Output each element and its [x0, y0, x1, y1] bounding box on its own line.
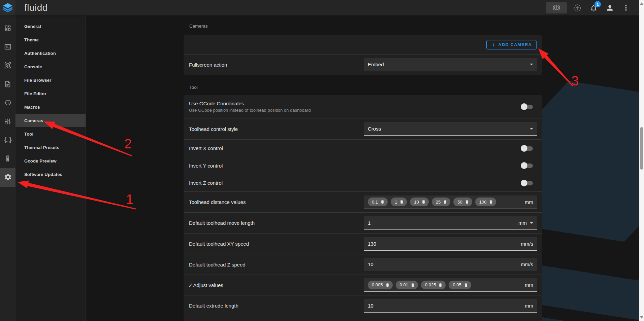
select-field[interactable]: Cross — [364, 122, 537, 136]
setting-row-default-toolhead-move-length: Default toolhead move length1mm — [184, 213, 542, 234]
fluidd-logo[interactable] — [0, 0, 15, 15]
text-input-field[interactable]: 1mm — [364, 216, 537, 230]
sidebar-item-console[interactable]: Console — [15, 60, 86, 73]
delete-icon[interactable] — [411, 283, 415, 287]
toggle-switch-off[interactable] — [521, 162, 533, 169]
delete-icon[interactable] — [399, 200, 404, 204]
app-title: fluidd — [24, 2, 48, 13]
sidebar-item-general[interactable]: General — [15, 20, 86, 33]
sidebar-item-authentication[interactable]: Authentication — [15, 46, 86, 60]
setting-row-use-gcode-coordinates: Use GCode CoordinatesUse GCode position … — [184, 95, 542, 118]
rail-item-jobs[interactable] — [0, 75, 15, 93]
text-input-field[interactable]: 10mm/s — [364, 258, 537, 271]
chips-field[interactable]: 0.11102550100mm — [364, 195, 537, 209]
sidebar-item-cameras[interactable]: Cameras — [15, 114, 86, 127]
value-chip[interactable]: 0.005 — [368, 281, 393, 289]
value-chip[interactable]: 1 — [391, 198, 407, 206]
rail-item-tune[interactable] — [0, 112, 15, 131]
setting-row-default-toolhead-z-speed: Default toolhead Z speed10mm/s — [184, 254, 542, 275]
delete-icon[interactable] — [489, 200, 493, 204]
text-input-field[interactable]: 10mm — [364, 299, 537, 313]
toggle-switch-off[interactable] — [521, 103, 533, 110]
toggle-knob — [521, 103, 527, 110]
field-value: 130 — [368, 241, 521, 247]
rail-item-history[interactable] — [0, 94, 15, 112]
value-chip[interactable]: 10 — [410, 198, 428, 206]
setting-label: Invert Z control — [189, 180, 357, 186]
history-icon — [4, 99, 11, 106]
sidebar-item-macros[interactable]: Macros — [15, 100, 86, 114]
setting-labelbox: Invert Z control — [184, 180, 364, 186]
setting-label: Invert X control — [189, 145, 357, 151]
setting-labelbox: Toolhead control style — [184, 126, 364, 132]
file-document-icon — [4, 80, 11, 88]
value-chip[interactable]: 0.025 — [421, 281, 446, 289]
text-input-field[interactable]: 130mm/s — [364, 237, 537, 251]
sidebar-item-file-editor[interactable]: File Editor — [15, 87, 86, 100]
rail-item-system[interactable] — [0, 149, 15, 168]
field-suffix — [530, 64, 533, 65]
sidebar-item-file-browser[interactable]: File Browser — [15, 73, 86, 87]
delete-icon[interactable] — [385, 283, 390, 287]
chip-value: 0.005 — [372, 282, 383, 287]
setting-row-default-toolhead-xy-speed: Default toolhead XY speed130mm/s — [184, 234, 542, 254]
rail-item-settings[interactable] — [0, 168, 15, 186]
setting-labelbox: Default toolhead Z speed — [184, 262, 364, 268]
overflow-menu-button[interactable] — [620, 2, 632, 14]
value-chip[interactable]: 0.01 — [396, 281, 418, 289]
notifications-button[interactable]: 1 — [587, 2, 600, 14]
cameras-section-title: Cameras — [189, 24, 542, 29]
field-suffix: mm — [525, 303, 533, 309]
value-chip[interactable]: 50 — [453, 198, 472, 206]
scroll-down-arrow[interactable] — [640, 316, 643, 319]
chip-list: 0.0050.010.0250.05 — [368, 281, 525, 289]
setting-label: Default toolhead XY speed — [189, 241, 357, 247]
topbar-actions: 1 — [546, 2, 639, 14]
setting-labelbox: Toolhead distance values — [184, 199, 364, 205]
scroll-up-arrow[interactable] — [640, 2, 643, 5]
delete-icon[interactable] — [438, 283, 443, 287]
tool-card: Use GCode CoordinatesUse GCode position … — [184, 95, 542, 321]
chip-value: 0.01 — [400, 282, 408, 287]
sidebar-item-gcode-preview[interactable]: Gcode Preview — [15, 154, 86, 168]
delete-icon[interactable] — [421, 200, 426, 204]
rail-item-console[interactable] — [0, 37, 15, 56]
user-account-button[interactable] — [604, 2, 616, 14]
sidebar-item-software-updates[interactable]: Software Updates — [15, 168, 86, 181]
delete-icon[interactable] — [464, 283, 468, 287]
toggle-switch-off[interactable] — [521, 180, 533, 186]
setting-labelbox: Default toolhead move length — [184, 220, 364, 226]
fluidd-logo-icon — [3, 3, 13, 12]
field-suffix: mm — [518, 220, 533, 226]
setting-labelbox: Invert Y control — [184, 163, 364, 169]
sidebar-item-theme[interactable]: Theme — [15, 33, 86, 46]
add-camera-button[interactable]: ADD CAMERA — [486, 40, 537, 49]
software-update-button[interactable] — [571, 2, 583, 14]
app-bar: fluidd — [0, 0, 639, 15]
field-value: 10 — [368, 303, 525, 309]
sidebar-item-tool[interactable]: Tool — [15, 127, 86, 141]
field-value: Embed — [368, 62, 530, 67]
emergency-stop-button[interactable] — [546, 2, 567, 13]
chips-field[interactable]: 0.0050.010.0250.05mm — [364, 278, 537, 292]
sidebar-item-thermal-presets[interactable]: Thermal Presets — [15, 141, 86, 154]
chip-value: 25 — [436, 200, 441, 205]
value-chip[interactable]: 100 — [475, 198, 496, 206]
scrollbar-thumb[interactable] — [640, 127, 643, 170]
toggle-switch-off[interactable] — [521, 145, 533, 152]
value-chip[interactable]: 0.05 — [449, 281, 471, 289]
value-chip[interactable]: 0.1 — [368, 198, 388, 206]
value-chip[interactable]: 25 — [432, 198, 450, 206]
settings-content: Cameras ADD CAMERA Fullscreen actionEmbe… — [86, 15, 639, 321]
rail-item-macros[interactable] — [0, 131, 15, 149]
dashboard-icon — [4, 25, 11, 32]
rail-item-dashboard[interactable] — [0, 19, 15, 37]
toggle-knob — [521, 162, 527, 169]
delete-icon[interactable] — [443, 200, 447, 204]
page-scrollbar[interactable] — [639, 0, 644, 321]
delete-icon[interactable] — [465, 200, 469, 204]
delete-icon[interactable] — [380, 200, 385, 204]
select-field[interactable]: Embed — [364, 58, 537, 71]
field-suffix: mm/s — [521, 241, 533, 247]
rail-item-gcode-preview[interactable] — [0, 56, 15, 75]
